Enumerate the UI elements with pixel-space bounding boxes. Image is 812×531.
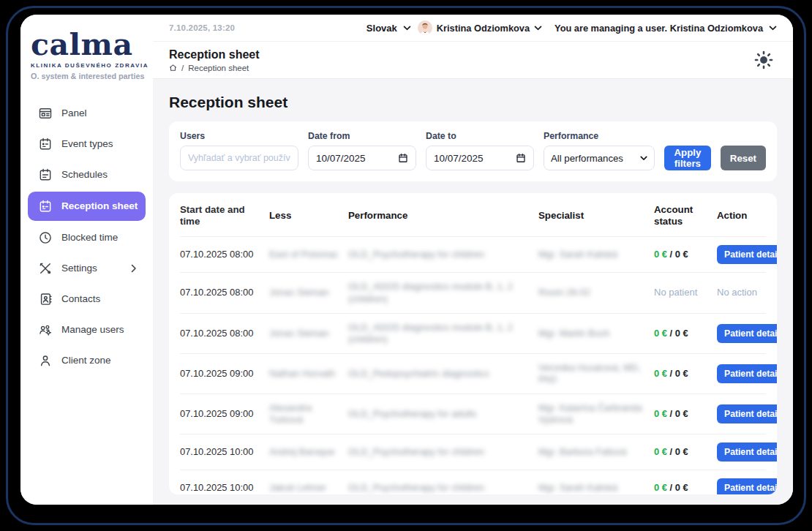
managing-user-label: You are managing a user. Kristina Odziom… (555, 23, 763, 34)
blocked-time-icon (38, 230, 53, 245)
app-window: calma KLINIKA DUŠEVNÉHO ZDRAVIA O. syste… (20, 15, 793, 505)
patient-details-button[interactable]: Patient details (717, 442, 777, 462)
sidebar-item-label: Panel (61, 108, 87, 118)
reception-sheet-icon (38, 199, 53, 214)
table-row: 07.10.2025 09:00 Nathan Horvath OLD_Pedo… (180, 354, 766, 394)
sidebar-item-settings[interactable]: Settings (20, 253, 153, 284)
column-header-action: Action (717, 210, 777, 222)
settings-icon (38, 261, 53, 276)
sidebar-item-client-zone[interactable]: Client zone (20, 345, 153, 376)
patient-name: Jonas Sieman (269, 328, 341, 339)
no-action-label: No action (717, 287, 757, 298)
patient-name: Jakub Lehner (269, 482, 341, 494)
schedules-icon (38, 167, 53, 182)
managing-user-selector[interactable]: You are managing a user. Kristina Odziom… (555, 23, 777, 34)
date-from-value: 10/07/2025 (316, 153, 366, 164)
home-icon[interactable] (169, 64, 177, 72)
start-datetime: 07.10.2025 10:00 (180, 482, 262, 494)
account-status: 0 € / 0 € (654, 446, 710, 458)
table-row: 07.10.2025 09:00 Alexandra Turková OLD_P… (180, 394, 766, 434)
apply-filters-button[interactable]: Apply filters (664, 146, 711, 170)
date-to-input[interactable]: 10/07/2025 (426, 146, 534, 170)
sidebar-nav: Panel Event types Schedules Reception sh… (20, 98, 153, 376)
column-header-start-date: Start date and time (180, 204, 262, 227)
patient-details-button[interactable]: Patient details (717, 364, 777, 383)
performance-filter-label: Performance (544, 131, 655, 141)
language-selector[interactable]: Slovak (366, 23, 411, 34)
performance-select[interactable]: All performances (544, 146, 655, 170)
filters-panel: Users Date from 10/07/2025 Date to (169, 121, 777, 181)
account-status: 0 € / 0 € (654, 368, 710, 380)
sidebar-item-panel[interactable]: Panel (20, 98, 153, 129)
specialist-name: Mgr. Martin Buch (538, 328, 647, 339)
chevron-down-icon (640, 156, 647, 161)
page-header: Reception sheet / Reception sheet (153, 42, 793, 79)
sidebar-item-reception-sheet[interactable]: Reception sheet (28, 192, 146, 221)
user-menu[interactable]: Kristina Odziomkova (418, 20, 542, 35)
column-header-specialist: Specialist (538, 210, 647, 222)
specialist-name: Room 26-02 (538, 287, 647, 298)
sidebar-item-label: Client zone (61, 355, 111, 366)
sidebar-item-label: Blocked time (61, 232, 118, 243)
breadcrumb-current: Reception sheet (188, 64, 249, 72)
table-row: 07.10.2025 10:00 Jakub Lehner OLD_Psycho… (180, 470, 766, 494)
patient-details-button[interactable]: Patient details (717, 478, 777, 494)
patient-details-button[interactable]: Patient details (717, 404, 777, 423)
table-row: 07.10.2025 08:00 East of Potomac OLD_Psy… (180, 237, 766, 273)
reset-filters-button[interactable]: Reset (721, 146, 766, 170)
date-from-label: Date from (308, 131, 416, 141)
patient-details-button[interactable]: Patient details (717, 324, 777, 343)
sidebar-item-event-types[interactable]: Event types (20, 129, 153, 159)
date-from-input[interactable]: 10/07/2025 (308, 146, 416, 170)
sidebar-item-label: Contacts (61, 293, 100, 304)
header-title: Reception sheet (169, 48, 260, 61)
start-datetime: 07.10.2025 10:00 (180, 446, 262, 458)
column-header-performance: Performance (348, 210, 531, 222)
contacts-icon (38, 292, 53, 306)
breadcrumb: / Reception sheet (169, 64, 260, 72)
sidebar: calma KLINIKA DUŠEVNÉHO ZDRAVIA O. syste… (20, 15, 153, 505)
content-area: Reception sheet Users Date from 10/07/20… (153, 79, 793, 505)
account-status: 0 € / 0 € (654, 328, 710, 339)
specialist-name: Veronika Husárová, MD, PhD (538, 362, 647, 385)
patient-name: Andrej Baroque (269, 446, 341, 458)
no-patient-status: No patient (654, 287, 697, 298)
performance-name: OLD_Psychotherapy for children (348, 482, 531, 494)
table-row: 07.10.2025 08:00 Jonas Sieman OLD_ADOS d… (180, 314, 766, 354)
patient-name: Jonas Sieman (269, 287, 341, 298)
column-header-less: Less (269, 210, 341, 222)
date-to-label: Date to (426, 131, 534, 141)
sidebar-item-label: Reception sheet (61, 200, 138, 211)
calendar-icon[interactable] (516, 153, 526, 163)
patient-details-button[interactable]: Patient details (717, 245, 777, 264)
date-to-value: 10/07/2025 (434, 153, 484, 164)
account-status: 0 € / 0 € (654, 408, 710, 420)
start-datetime: 07.10.2025 09:00 (180, 408, 262, 420)
specialist-name: Mgr. Sarah Kaliská (538, 482, 647, 494)
performance-name: OLD_ADOS diagnostics module B, 1, 2 (chi… (348, 281, 531, 304)
manage-users-icon (38, 323, 53, 337)
start-datetime: 07.10.2025 08:00 (180, 287, 262, 298)
app-logo: calma KLINIKA DUŠEVNÉHO ZDRAVIA O. syste… (20, 26, 153, 86)
specialist-name: Mgr. Sarah Kaliská (538, 249, 647, 260)
calendar-icon[interactable] (398, 153, 408, 163)
sidebar-item-label: Schedules (61, 169, 108, 180)
theme-toggle-button[interactable] (751, 47, 777, 73)
patient-name: East of Potomac (269, 249, 341, 260)
patient-name: Alexandra Turková (269, 402, 341, 426)
sidebar-item-contacts[interactable]: Contacts (20, 284, 153, 315)
specialist-name: Mgr. Barbora Faltová (538, 446, 647, 458)
performance-name: OLD_Psychotherapy for adults (348, 408, 531, 420)
performance-name: OLD_Pedopsychiatric diagnostics (348, 368, 531, 380)
chevron-down-icon (534, 26, 542, 31)
performance-name: OLD_ADOS diagnostics module B, 1, 2 (chi… (348, 322, 531, 345)
column-header-account-status: Account status (654, 204, 710, 227)
sidebar-item-manage-users[interactable]: Manage users (20, 315, 153, 345)
sidebar-item-schedules[interactable]: Schedules (20, 159, 153, 190)
panel-icon (38, 106, 53, 121)
table-row: 07.10.2025 10:00 Andrej Baroque OLD_Psyc… (180, 434, 766, 470)
language-label: Slovak (366, 23, 397, 34)
users-search-input[interactable] (180, 146, 298, 170)
sidebar-item-blocked-time[interactable]: Blocked time (20, 222, 153, 253)
page-title: Reception sheet (169, 94, 777, 111)
